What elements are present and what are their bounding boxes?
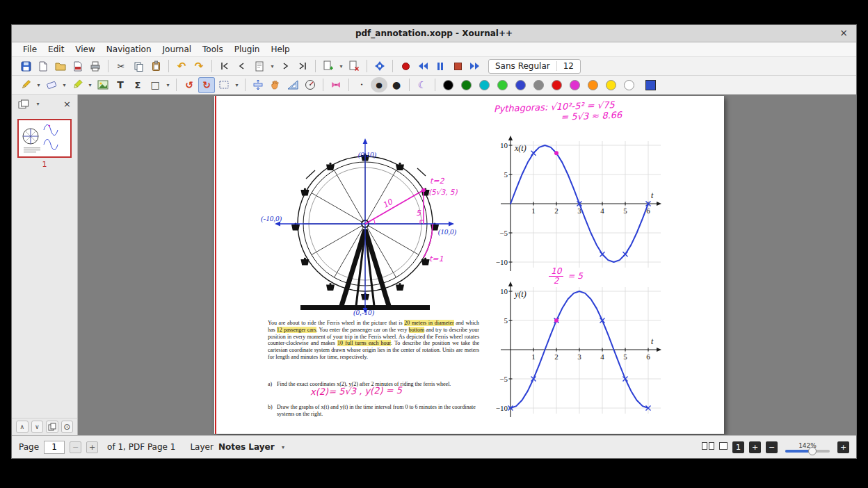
first-page-button[interactable] (216, 58, 233, 74)
pen-tool-button[interactable] (17, 77, 34, 93)
add-page-chevron[interactable]: ▾ (337, 58, 345, 74)
menu-journal[interactable]: Journal (157, 43, 198, 56)
thickness-thick-button[interactable]: ● (388, 77, 405, 93)
layer-select[interactable]: Notes Layer (218, 442, 275, 452)
thickness-fine-button[interactable]: • (353, 77, 370, 93)
cut-button[interactable]: ✂ (113, 58, 129, 74)
color-yellow-button[interactable] (606, 80, 616, 90)
stop-button[interactable] (449, 58, 466, 74)
menu-view[interactable]: View (70, 43, 100, 56)
delete-page-button[interactable] (346, 58, 362, 74)
sidebar-close-button[interactable]: × (63, 99, 71, 109)
copy-button[interactable] (130, 58, 147, 74)
titlebar: pdf_annotation.xopp - Xournal++ × (12, 25, 856, 42)
redo-button[interactable]: ↷ (191, 58, 207, 74)
add-page-button[interactable] (320, 58, 337, 74)
thickness-medium-button[interactable]: ● (371, 77, 387, 92)
goto-page-chevron[interactable]: ▾ (268, 58, 276, 74)
undo-button[interactable]: ↶ (173, 58, 190, 74)
color-cyan-button[interactable] (479, 80, 490, 90)
zoom-slider[interactable]: 142% (782, 442, 833, 453)
color-white-button[interactable] (624, 80, 634, 90)
math-tex-button[interactable]: Σ (129, 77, 146, 93)
zoom-original-button[interactable]: + (837, 441, 849, 453)
presentation-layout-button[interactable] (719, 442, 728, 452)
zoom-in-button[interactable]: + (749, 441, 761, 453)
sidebar-footer: ∧ ∨ ⊙ (12, 418, 77, 435)
save-button[interactable] (17, 58, 34, 74)
color-light-green-button[interactable] (497, 80, 508, 90)
color-blue-button[interactable] (515, 80, 526, 90)
zoom-slider-handle[interactable] (808, 447, 817, 455)
pen-options-chevron[interactable]: ▾ (35, 77, 42, 93)
next-page-button[interactable] (277, 58, 294, 74)
page-plus-button[interactable]: + (86, 441, 98, 453)
ruler-tool-button[interactable] (284, 77, 301, 93)
rewind-icon (417, 61, 428, 71)
new-file-button[interactable] (35, 58, 51, 74)
rewind-button[interactable] (415, 58, 431, 74)
forward-button[interactable] (467, 58, 483, 74)
dark-mode-button[interactable]: ☾ (414, 77, 431, 93)
text-tool-button[interactable]: T (112, 77, 129, 93)
sidebar-panel-chevron[interactable]: ▾ (34, 96, 42, 112)
highlighter-tool-button[interactable] (69, 77, 86, 93)
font-selector-button[interactable]: Sans Regular 12 (488, 59, 581, 74)
compass-tool-button[interactable] (302, 77, 319, 93)
preview-down-button[interactable]: ∨ (31, 421, 44, 433)
shapes-tool-button[interactable]: □ (147, 77, 163, 93)
print-button[interactable] (87, 58, 104, 74)
menu-help[interactable]: Help (265, 43, 295, 56)
app-window: pdf_annotation.xopp - Xournal++ × File E… (11, 24, 857, 459)
page-number-input[interactable] (44, 441, 65, 454)
preview-up-button[interactable]: ∧ (16, 421, 29, 433)
menu-file[interactable]: File (17, 43, 42, 56)
color-black-button[interactable] (443, 80, 453, 90)
handwritten-answer: x(2)= 5√3 , y(2) = 5 (310, 385, 402, 397)
color-orange-button[interactable] (588, 80, 598, 90)
copy-view-button[interactable] (46, 421, 58, 433)
shape-recognizer-button[interactable]: ↻ (198, 77, 215, 93)
page-minus-button[interactable]: − (70, 441, 81, 453)
shapes-options-chevron[interactable]: ▾ (164, 77, 172, 93)
color-red-button[interactable] (552, 80, 562, 90)
vertical-space-button[interactable] (250, 77, 266, 93)
eraser-options-chevron[interactable]: ▾ (61, 77, 68, 93)
fullscreen-button[interactable] (371, 58, 388, 74)
layer-chevron[interactable]: ▾ (280, 439, 287, 455)
open-folder-button[interactable] (52, 58, 69, 74)
page-thumbnail[interactable] (17, 119, 72, 158)
insert-image-button[interactable] (95, 77, 111, 93)
svg-text:1: 1 (531, 352, 536, 361)
menu-edit[interactable]: Edit (42, 43, 70, 56)
dual-page-layout-button[interactable] (702, 442, 714, 452)
focus-page-button[interactable]: ⊙ (61, 421, 74, 433)
fit-page-button[interactable]: 1 (732, 441, 744, 453)
previous-page-button[interactable] (234, 58, 250, 74)
color-magenta-button[interactable] (570, 80, 580, 90)
default-tool-button[interactable]: ↺ (181, 77, 198, 93)
select-options-chevron[interactable]: ▾ (233, 77, 241, 93)
paste-button[interactable] (147, 58, 164, 74)
pause-button[interactable] (432, 58, 449, 74)
last-page-button[interactable] (294, 58, 311, 74)
select-region-button[interactable] (216, 77, 232, 93)
menu-plugin[interactable]: Plugin (229, 43, 266, 56)
zoom-out-button[interactable]: − (766, 441, 778, 453)
document-page[interactable]: Pythagoras: √10²-5² = √75 = 5√3 ≈ 8.66 (214, 96, 724, 434)
spline-tool-button[interactable] (328, 77, 344, 93)
eraser-tool-button[interactable] (43, 77, 60, 93)
export-pdf-button[interactable] (70, 58, 86, 74)
highlight-bottom: bottom (409, 327, 425, 333)
hand-tool-button[interactable] (267, 77, 284, 93)
menu-navigation[interactable]: Navigation (101, 43, 157, 56)
undo-icon: ↶ (177, 60, 186, 72)
highlighter-options-chevron[interactable]: ▾ (86, 77, 94, 93)
record-button[interactable] (397, 58, 414, 74)
goto-page-button[interactable] (251, 58, 268, 74)
close-window-button[interactable]: × (839, 27, 848, 38)
color-green-button[interactable] (461, 80, 472, 90)
svg-text:4: 4 (600, 352, 604, 361)
color-gray-button[interactable] (533, 80, 544, 90)
menu-tools[interactable]: Tools (197, 43, 229, 56)
